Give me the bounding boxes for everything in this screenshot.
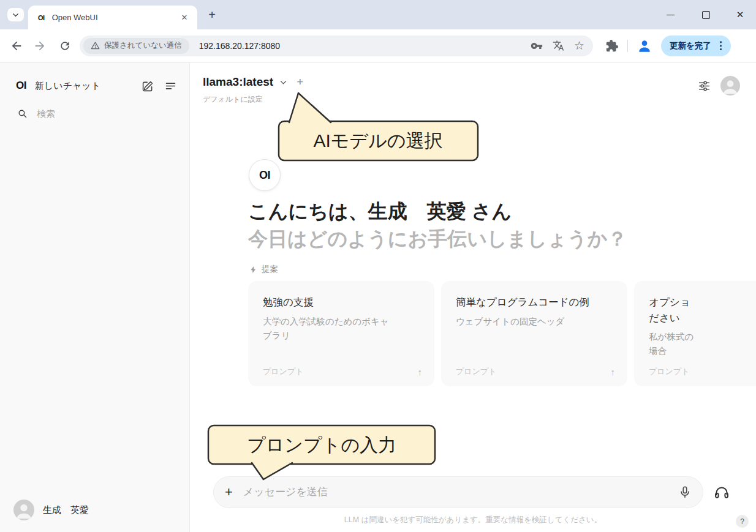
search-input[interactable]	[36, 108, 142, 119]
sliders-icon	[698, 80, 711, 92]
forward-icon	[33, 39, 47, 53]
disclaimer-text: LLM は間違いを犯す可能性があります。重要な情報を検証してください。	[190, 515, 756, 525]
suggestion-card-3[interactable]: オプショ ださい 私が株式の 場合 プロンプト ↑	[634, 281, 756, 386]
card-subtitle-line: 私が株式の	[649, 330, 756, 344]
model-callout-text: AIモデルの選択	[313, 130, 442, 151]
webui-page: OI 新しいチャット	[0, 62, 756, 532]
card-title-line: 勉強の支援	[263, 294, 420, 310]
set-default-button[interactable]: デフォルトに設定	[203, 94, 263, 105]
translate-button[interactable]	[553, 40, 564, 51]
card-title-line: 簡単なプログラムコードの例	[456, 294, 613, 310]
card-subtitle-line: ブラリ	[263, 329, 420, 343]
card-footer-label: プロンプト	[263, 366, 304, 377]
search-icon	[17, 108, 28, 119]
menu-dots-icon[interactable]: ⋮	[716, 39, 726, 52]
sidebar: OI 新しいチャット	[0, 62, 190, 532]
sidebar-toggle-icon	[164, 80, 177, 92]
help-button[interactable]: ?	[736, 515, 749, 528]
attach-plus-button[interactable]: +	[225, 485, 233, 499]
profile-button[interactable]	[637, 38, 652, 54]
card-title-line: オプショ	[649, 294, 756, 310]
pencil-square-icon	[142, 80, 154, 92]
puzzle-icon	[605, 39, 619, 53]
card-subtitle-line: 場合	[649, 344, 756, 358]
new-chat-button[interactable]: 新しいチャット	[35, 80, 132, 92]
chrome-update-button[interactable]: 更新を完了 ⋮	[661, 36, 731, 56]
voice-call-button[interactable]	[714, 484, 730, 500]
chevron-down-icon	[279, 78, 288, 87]
model-selector[interactable]: llama3:latest +	[203, 75, 303, 89]
model-name: llama3:latest	[203, 75, 273, 89]
sidebar-search	[17, 105, 177, 121]
voice-input-button[interactable]	[678, 485, 692, 499]
key-icon	[531, 40, 543, 52]
person-icon	[13, 500, 34, 520]
tab-close-icon[interactable]: ✕	[179, 12, 190, 23]
tab-title: Open WebUI	[52, 13, 179, 22]
card-title-line: ださい	[649, 310, 756, 326]
microphone-icon	[678, 485, 692, 499]
security-chip-label: 保護されていない通信	[104, 40, 182, 51]
card-footer-label: プロンプト	[649, 366, 690, 377]
add-model-button[interactable]: +	[297, 75, 303, 89]
forward-button[interactable]	[33, 39, 47, 53]
tab-favicon: OI	[38, 14, 45, 21]
back-icon	[10, 39, 23, 53]
address-bar[interactable]: 保護されていない通信 192.168.20.127:8080 ☆	[80, 36, 593, 56]
card-footer-label: プロンプト	[456, 366, 497, 377]
submit-arrow-icon: ↑	[611, 367, 616, 377]
minimize-icon	[667, 15, 675, 15]
translate-icon	[553, 40, 564, 51]
sidebar-toggle-button[interactable]	[164, 80, 177, 92]
browser-navbar: 保護されていない通信 192.168.20.127:8080 ☆ 更新を完了 ⋮	[0, 29, 756, 62]
message-input[interactable]	[242, 485, 678, 499]
maximize-icon	[702, 11, 710, 19]
browser-titlebar: OI Open WebUI ✕ + ✕	[0, 0, 756, 29]
suggestions-label: 提案	[249, 264, 278, 275]
bolt-icon	[249, 266, 257, 274]
new-tab-button[interactable]: +	[205, 7, 219, 22]
bookmark-star-button[interactable]: ☆	[574, 40, 584, 51]
reload-icon	[59, 40, 71, 52]
profile-person-icon	[637, 38, 652, 54]
new-chat-edit-button[interactable]	[142, 80, 154, 92]
extensions-button[interactable]	[605, 39, 619, 53]
url-text: 192.168.20.127:8080	[199, 41, 521, 51]
password-key-button[interactable]	[531, 40, 543, 52]
message-input-pill[interactable]: +	[213, 476, 703, 508]
openwebui-logo-badge: OI	[249, 159, 281, 191]
sidebar-header: OI 新しいチャット	[16, 76, 177, 96]
chat-controls-button[interactable]	[698, 80, 711, 92]
prompt-callout-text: プロンプトの入力	[247, 435, 396, 455]
user-menu-button[interactable]: 生成 英愛	[13, 496, 182, 523]
message-input-row: +	[213, 476, 730, 508]
update-button-label: 更新を完了	[670, 40, 711, 51]
tab-search-button[interactable]	[7, 8, 24, 21]
card-subtitle-line: ウェブサイトの固定ヘッダ	[456, 315, 613, 329]
browser-window: OI Open WebUI ✕ + ✕ 保護されていない通信	[0, 0, 756, 532]
suggestion-card-1[interactable]: 勉強の支援 大学の入学試験のためのボキャ ブラリ プロンプト ↑	[248, 281, 434, 386]
user-name: 生成 英愛	[43, 504, 89, 516]
openwebui-logo: OI	[16, 80, 26, 92]
suggestions-label-text: 提案	[262, 264, 278, 275]
maximize-button[interactable]	[697, 6, 715, 24]
suggestion-cards: 勉強の支援 大学の入学試験のためのボキャ ブラリ プロンプト ↑ 簡単なプログラ…	[248, 281, 756, 386]
warning-icon	[91, 41, 100, 50]
main-area: llama3:latest + デフォルトに設定 OI こんにちは、生成 英愛 …	[190, 62, 756, 532]
model-callout-annotation: AIモデルの選択	[270, 87, 484, 167]
navbar-divider	[627, 40, 628, 52]
star-icon: ☆	[574, 40, 584, 51]
chevron-down-icon	[12, 11, 20, 19]
browser-tab[interactable]: OI Open WebUI ✕	[28, 6, 197, 29]
person-icon	[720, 76, 740, 96]
back-button[interactable]	[10, 39, 23, 53]
suggestion-card-2[interactable]: 簡単なプログラムコードの例 ウェブサイトの固定ヘッダ プロンプト ↑	[441, 281, 627, 386]
reload-button[interactable]	[59, 40, 71, 52]
minimize-button[interactable]	[661, 6, 679, 24]
profile-avatar-button[interactable]	[720, 76, 740, 96]
greeting-title: こんにちは、生成 英愛 さん	[248, 198, 512, 225]
security-chip[interactable]: 保護されていない通信	[83, 38, 189, 54]
close-window-button[interactable]: ✕	[731, 6, 749, 24]
headphones-icon	[714, 484, 730, 500]
submit-arrow-icon: ↑	[418, 367, 423, 377]
